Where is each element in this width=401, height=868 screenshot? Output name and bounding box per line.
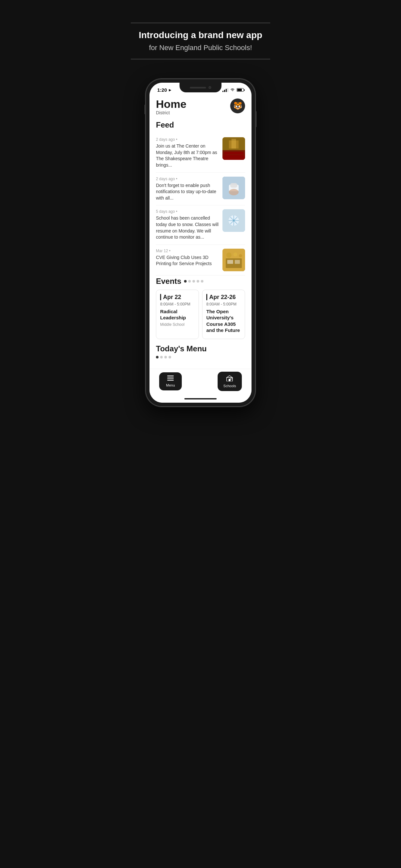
events-dot xyxy=(184,280,187,283)
bottom-nav: Menu Schools xyxy=(150,369,251,395)
feed-item-text: Mar 12 • CVE Giving Club Uses 3D Printin… xyxy=(156,249,219,267)
svg-point-16 xyxy=(233,220,235,221)
promo-section: Introducing a brand new app for New Engl… xyxy=(107,13,295,69)
app-content: Home District 🐯 Feed 2 days ago xyxy=(150,95,251,369)
event-name: Radical Leadership xyxy=(160,308,195,321)
header-subtitle: District xyxy=(156,110,186,115)
promo-title: Introducing a brand new app xyxy=(113,30,288,41)
event-card[interactable]: Apr 22-26 8:00AM - 5:00PM The Open Unive… xyxy=(202,290,245,339)
phone-image xyxy=(222,177,245,199)
svg-rect-28 xyxy=(228,379,230,381)
feed-meta: 2 days ago • xyxy=(156,177,219,181)
events-dots xyxy=(184,280,204,283)
time-display: 1:20 xyxy=(157,87,167,93)
signal-bars-icon xyxy=(222,88,228,92)
svg-rect-24 xyxy=(167,376,174,376)
event-date: Apr 22-26 xyxy=(209,294,236,301)
schools-nav-icon xyxy=(226,375,233,383)
feed-desc: Join us at The Center on Monday, July 8t… xyxy=(156,143,219,168)
feed-meta: 2 days ago • xyxy=(156,137,219,142)
events-dot xyxy=(192,280,195,283)
notch xyxy=(180,83,221,92)
phone-mockup: 1:20 ▶ xyxy=(146,79,255,407)
feed-item-text: 2 days ago • Join us at The Center on Mo… xyxy=(156,137,219,168)
events-row: Apr 22 8:00AM - 5:00PM Radical Leadershi… xyxy=(156,290,245,339)
events-dot xyxy=(201,280,204,283)
svg-point-22 xyxy=(234,252,237,256)
svg-point-23 xyxy=(239,254,242,257)
avatar-icon: 🐯 xyxy=(234,102,242,110)
promo-subtitle: for New England Public Schools! xyxy=(113,43,288,53)
feed-item-text: 5 days ago • School has been cancelled t… xyxy=(156,209,219,240)
battery-icon xyxy=(237,88,244,92)
event-time: 8:00AM - 5:00PM xyxy=(206,302,241,306)
feed-thumbnail xyxy=(222,137,245,160)
feed-item[interactable]: 2 days ago • Join us at The Center on Mo… xyxy=(156,133,245,173)
event-name: The Open University's Course A305 and th… xyxy=(206,308,241,334)
event-location: Middle School xyxy=(160,322,195,327)
svg-point-9 xyxy=(229,189,239,195)
schools-nav-button[interactable]: Schools xyxy=(218,372,242,391)
feed-item[interactable]: Mar 12 • CVE Giving Club Uses 3D Printin… xyxy=(156,245,245,275)
events-dot xyxy=(197,280,199,283)
feed-thumbnail xyxy=(222,177,245,199)
notch-speaker xyxy=(190,87,206,89)
menu-nav-button[interactable]: Menu xyxy=(159,372,182,391)
header-text: Home District xyxy=(156,98,186,115)
app-header: Home District 🐯 xyxy=(156,95,245,120)
feed-meta: Mar 12 • xyxy=(156,249,219,253)
theater-image xyxy=(222,137,245,160)
feed-desc: Don't forget to enable push notification… xyxy=(156,182,219,202)
home-indicator xyxy=(184,398,217,399)
event-date: Apr 22 xyxy=(163,294,181,301)
feed-desc: School has been cancelled today due to s… xyxy=(156,215,219,240)
svg-rect-2 xyxy=(224,152,243,154)
location-arrow-icon: ▶ xyxy=(169,89,171,92)
3d-printing-image xyxy=(222,249,245,271)
home-indicator-wrapper xyxy=(150,395,251,403)
feed-section-title: Feed xyxy=(156,120,245,129)
svg-rect-1 xyxy=(222,150,245,160)
snow-image xyxy=(222,209,245,232)
events-dot xyxy=(188,280,191,283)
menu-dot xyxy=(168,356,171,359)
svg-rect-29 xyxy=(230,378,232,379)
menu-nav-label: Menu xyxy=(166,383,175,387)
menu-nav-icon xyxy=(167,376,174,382)
event-card[interactable]: Apr 22 8:00AM - 5:00PM Radical Leadershi… xyxy=(156,290,199,339)
menu-title: Today's Menu xyxy=(156,344,245,353)
notch-camera xyxy=(209,86,211,89)
feed-thumbnail xyxy=(222,249,245,271)
svg-rect-5 xyxy=(232,139,236,149)
event-bar xyxy=(160,294,161,300)
menu-dots xyxy=(156,356,245,359)
events-header: Events xyxy=(156,277,245,286)
phone-screen: 1:20 ▶ xyxy=(150,83,251,403)
event-date-row: Apr 22 xyxy=(160,294,195,301)
svg-rect-8 xyxy=(230,183,237,188)
feed-item[interactable]: 5 days ago • School has been cancelled t… xyxy=(156,206,245,244)
feed-meta: 5 days ago • xyxy=(156,209,219,214)
svg-rect-19 xyxy=(227,260,233,264)
feed-item-text: 2 days ago • Don't forget to enable push… xyxy=(156,177,219,202)
feed-thumbnail xyxy=(222,209,245,232)
wifi-icon xyxy=(230,88,235,92)
status-time: 1:20 ▶ xyxy=(157,87,171,93)
menu-dot xyxy=(160,356,163,359)
status-icons xyxy=(222,88,244,92)
feed-item[interactable]: 2 days ago • Don't forget to enable push… xyxy=(156,173,245,206)
event-time: 8:00AM - 5:00PM xyxy=(160,302,195,306)
schools-nav-label: Schools xyxy=(223,384,236,388)
avatar[interactable]: 🐯 xyxy=(230,98,245,113)
event-bar xyxy=(206,294,207,300)
svg-rect-25 xyxy=(167,377,174,378)
svg-rect-20 xyxy=(235,260,240,264)
svg-point-21 xyxy=(226,252,232,258)
promo-divider-top xyxy=(131,23,271,23)
header-title: Home xyxy=(156,98,186,110)
events-title: Events xyxy=(156,277,181,286)
feed-desc: CVE Giving Club Uses 3D Printing for Ser… xyxy=(156,254,219,267)
page-wrapper: Introducing a brand new app for New Engl… xyxy=(100,0,301,426)
promo-divider-bottom xyxy=(131,59,271,59)
svg-rect-26 xyxy=(167,380,174,381)
